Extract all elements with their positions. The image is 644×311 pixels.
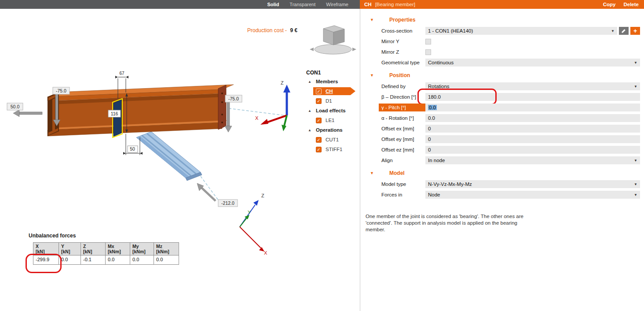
expander-icon[interactable]: ▲	[308, 80, 316, 84]
tree-item-cut1[interactable]: ✓ CUT1	[304, 135, 362, 144]
member-role-label: [Bearing member]	[375, 2, 595, 7]
row-alpha-rotation: α - Rotation [°] 0.0	[360, 113, 644, 123]
row-beta-direction: β – Direction [°] 180.0	[360, 92, 644, 102]
unbalanced-forces: Unbalanced forces X[kN] Y[kN] Z[kN] Mx[k…	[28, 233, 179, 265]
add-cross-section-button[interactable]: +	[630, 27, 640, 35]
chevron-down-icon: ▼	[634, 193, 637, 197]
collapse-icon[interactable]: ▼	[370, 171, 376, 175]
row-forces-in: Forces in Node ▼	[360, 189, 644, 200]
dimension-50-label: 50	[130, 146, 135, 152]
production-cost-value: 9 €	[290, 27, 297, 33]
expander-icon[interactable]: ▲	[308, 128, 316, 132]
offset-ex-input[interactable]: 0	[425, 125, 640, 133]
collapse-icon[interactable]: ▼	[370, 73, 376, 78]
tree-item-d1[interactable]: ✓ D1	[304, 96, 362, 106]
checkbox-stiff1[interactable]: ✓	[316, 147, 322, 152]
chevron-down-icon: ▼	[634, 159, 637, 163]
col-my: My[kNm]	[130, 243, 154, 255]
edit-cross-section-button[interactable]	[619, 27, 629, 35]
view-mode-transparent[interactable]: Transparent	[289, 2, 315, 7]
dimension-116-label: 116	[111, 111, 118, 116]
checkbox-le1[interactable]: ✓	[316, 118, 322, 123]
tree-item-le1[interactable]: ✓ LE1	[304, 115, 362, 125]
tree-group-operations[interactable]: ▲ Operations	[304, 125, 362, 135]
mirror-y-checkbox[interactable]	[425, 39, 431, 44]
value-y: 0.0	[59, 255, 81, 265]
defined-by-dropdown[interactable]: Rotations ▼	[425, 82, 640, 90]
row-align: Align In node ▼	[360, 155, 644, 166]
axis-z-label: Z	[281, 80, 284, 85]
chevron-down-icon: ▼	[611, 29, 615, 33]
axis-dashed-line-right	[229, 108, 285, 115]
view-mode-wireframe[interactable]: Wireframe	[326, 2, 348, 7]
col-y: Y[kN]	[59, 243, 81, 255]
value-mx: 0.0	[106, 255, 130, 265]
tree-item-ch[interactable]: ✓ CH	[304, 86, 362, 96]
model-type-dropdown[interactable]: N-Vy-Vz-Mx-My-Mz ▼	[425, 180, 640, 188]
offset-ey-input[interactable]: 0	[425, 135, 640, 143]
axis-x-label: X	[255, 115, 259, 121]
load-x-label: 50.0	[11, 104, 20, 109]
checkbox-ch[interactable]: ✓	[316, 89, 322, 94]
load-right-label: -75.0	[228, 96, 239, 101]
forces-in-dropdown[interactable]: Node ▼	[425, 191, 640, 199]
row-mirror-z: Mirror Z	[360, 47, 644, 57]
row-cross-section: Cross-section 1 - CON1 (HEA140) ▼ +	[360, 26, 644, 36]
table-header-row: X[kN] Y[kN] Z[kN] Mx[kNm] My[kNm] Mz[kNm…	[33, 243, 179, 255]
stiffener-plate[interactable]	[113, 99, 122, 137]
row-mirror-y: Mirror Y	[360, 36, 644, 47]
member-code: CH	[364, 2, 372, 7]
table-value-row: -299.9 0.0 -0.1 0.0 0.0 0.0	[33, 255, 179, 265]
section-properties: ▼ Properties	[360, 16, 644, 24]
checkbox-cut1[interactable]: ✓	[316, 137, 322, 143]
checkbox-d1[interactable]: ✓	[316, 98, 322, 104]
mirror-z-checkbox[interactable]	[425, 49, 431, 55]
row-gamma-pitch: γ - Pitch [°] 0.0	[360, 102, 644, 113]
row-geometrical-type: Geometrical type Continuous ▼	[360, 57, 644, 68]
tree-title: CON1	[304, 70, 362, 77]
viewport-3d[interactable]: 67 116 50	[0, 9, 360, 311]
production-cost: Production cost - 9 €	[247, 27, 297, 33]
col-mx: Mx[kNm]	[106, 243, 130, 255]
view-cube[interactable]	[310, 26, 356, 54]
cross-section-dropdown[interactable]: 1 - CON1 (HEA140) ▼	[425, 27, 617, 35]
align-dropdown[interactable]: In node ▼	[425, 156, 640, 164]
view-mode-solid[interactable]: Solid	[267, 2, 279, 7]
collapse-icon[interactable]: ▼	[370, 18, 376, 22]
chevron-down-icon: ▼	[634, 61, 637, 65]
gamma-pitch-input[interactable]: 0.0	[425, 104, 640, 111]
offset-ez-input[interactable]: 0	[425, 146, 640, 154]
expander-icon[interactable]: ▲	[308, 109, 316, 113]
chevron-down-icon: ▼	[634, 85, 637, 89]
bearing-beam[interactable]	[48, 85, 234, 136]
copy-button[interactable]: Copy	[603, 2, 616, 7]
col-x: X[kN]	[33, 243, 59, 255]
production-cost-label: Production cost -	[247, 27, 287, 33]
tree-group-load-effects[interactable]: ▲ Load effects	[304, 106, 362, 115]
chevron-down-icon: ▼	[634, 182, 637, 186]
row-offset-ez: Offset ez [mm] 0	[360, 144, 644, 155]
alpha-rotation-input[interactable]: 0.0	[425, 114, 640, 122]
end-plate[interactable]	[218, 85, 226, 130]
axis-triad-bottom	[240, 200, 264, 252]
pencil-icon	[621, 28, 626, 33]
load-arrow-x	[13, 110, 42, 117]
row-model-type: Model type N-Vy-Vz-Mx-My-Mz ▼	[360, 179, 644, 189]
scene-3d: 67 116 50	[0, 9, 360, 311]
beta-direction-input[interactable]: 180.0	[425, 93, 640, 101]
member-header-bar: CH [Bearing member] Copy Delete	[360, 0, 644, 9]
load-left-label: -75.0	[56, 88, 66, 93]
unbalanced-forces-title: Unbalanced forces	[28, 233, 179, 239]
tree-item-stiff1[interactable]: ✓ STIFF1	[304, 144, 362, 154]
view-mode-bar: Solid Transparent Wireframe	[0, 0, 360, 9]
bearing-member-help-text: One member of the joint is considered as…	[366, 213, 529, 233]
load-diag-label: -212.0	[221, 200, 234, 206]
diagonal-member[interactable]	[136, 132, 202, 181]
axis2-x-label: X	[264, 250, 267, 255]
tree-group-members[interactable]: ▲ Members	[304, 77, 362, 86]
geometrical-type-dropdown[interactable]: Continuous ▼	[425, 59, 640, 67]
delete-button[interactable]: Delete	[623, 2, 639, 7]
axis2-y-label: Y	[248, 210, 251, 215]
dimension-67-label: 67	[119, 71, 124, 76]
value-x: -299.9	[33, 255, 59, 265]
